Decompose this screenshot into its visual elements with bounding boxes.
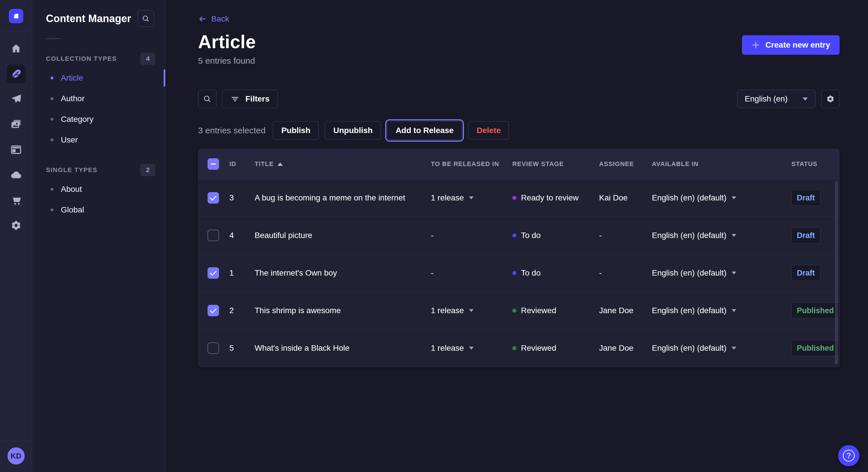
row-checkbox[interactable] [208, 230, 219, 241]
row-checkbox[interactable] [208, 305, 219, 316]
bullet-icon [51, 118, 53, 121]
marketplace-cart-icon[interactable] [7, 191, 25, 209]
back-link[interactable]: Back [198, 14, 229, 24]
sidebar-item[interactable]: About [32, 179, 165, 200]
cell-available-in[interactable]: English (en) (default) [652, 343, 792, 353]
cell-assignee: Kai Doe [599, 193, 652, 202]
bullet-icon [51, 138, 53, 141]
sidebar-title: Content Manager [46, 12, 131, 25]
stage-dot-icon [513, 233, 516, 237]
cell-id: 2 [229, 306, 255, 315]
filter-icon [230, 94, 240, 103]
cell-assignee: - [599, 231, 652, 240]
selection-count-label: 3 entries selected [198, 126, 266, 135]
filters-button[interactable]: Filters [222, 90, 278, 108]
cell-title: This shrimp is awesome [255, 306, 431, 315]
sidebar-item[interactable]: Author [32, 88, 165, 109]
sidebar-item-label: User [61, 135, 78, 144]
collection-types-list: Article Author Category User [32, 68, 165, 150]
status-badge: Draft [792, 190, 820, 206]
cell-available-in[interactable]: English (en) (default) [652, 193, 792, 202]
locale-select[interactable]: English (en) [737, 90, 815, 108]
collection-types-label: COLLECTION TYPES [46, 55, 117, 63]
plus-icon [751, 41, 760, 49]
page-heading-block: Article 5 entries found [198, 31, 256, 66]
cell-status: Draft [792, 265, 839, 281]
cell-status: Draft [792, 190, 839, 206]
stage-dot-icon [513, 196, 516, 200]
row-checkbox[interactable] [208, 192, 219, 204]
release-value: 1 release [431, 343, 464, 353]
cell-id: 3 [229, 193, 255, 202]
column-header-id[interactable]: ID [229, 160, 255, 168]
column-header-status[interactable]: STATUS [792, 160, 839, 168]
entries-count: 5 entries found [198, 56, 256, 66]
content-manager-icon[interactable] [7, 65, 25, 83]
cell-status: Published [792, 340, 839, 356]
settings-gear-icon[interactable] [7, 216, 25, 235]
sidebar-item[interactable]: Global [32, 200, 165, 220]
sidebar-item[interactable]: Category [32, 109, 165, 130]
chevron-down-icon [732, 272, 736, 274]
content-type-builder-icon[interactable] [7, 140, 25, 159]
user-avatar[interactable]: KD [7, 447, 25, 465]
releases-icon[interactable] [7, 90, 25, 108]
strapi-logo-icon[interactable] [9, 9, 23, 23]
column-header-stage[interactable]: REVIEW STAGE [513, 160, 599, 168]
cell-status: Published [792, 303, 839, 318]
single-types-count-badge: 2 [141, 164, 155, 176]
cell-release[interactable]: 1 release [431, 193, 513, 202]
sidebar-search-button[interactable] [137, 10, 154, 27]
column-header-assignee[interactable]: ASSIGNEE [599, 160, 652, 168]
stage-label: To do [521, 231, 541, 240]
cell-release[interactable]: 1 release [431, 306, 513, 315]
table-row[interactable]: 1 The internet's Own boy - To do - Engl [198, 254, 839, 292]
cell-title: The internet's Own boy [255, 268, 431, 278]
cell-release[interactable]: - [431, 268, 513, 278]
sidebar-item[interactable]: Article [32, 68, 165, 88]
view-settings-button[interactable] [821, 90, 840, 108]
table-header-row: ID TITLE TO BE RELEASED IN REVIEW STAGE … [198, 149, 839, 179]
table-scrollbar[interactable] [835, 181, 838, 365]
question-mark-icon: ? [843, 450, 855, 462]
column-header-title[interactable]: TITLE [255, 160, 431, 168]
media-library-icon[interactable] [7, 115, 25, 134]
release-value: 1 release [431, 306, 464, 315]
add-to-release-button[interactable]: Add to Release [387, 121, 462, 140]
chevron-down-icon [803, 98, 808, 101]
row-checkbox[interactable] [208, 267, 219, 279]
locale-value: English (en) (default) [652, 268, 726, 278]
cell-review-stage: Reviewed [513, 306, 599, 315]
publish-button[interactable]: Publish [273, 121, 319, 140]
cell-available-in[interactable]: English (en) (default) [652, 306, 792, 315]
column-header-release[interactable]: TO BE RELEASED IN [431, 160, 513, 168]
sidebar-item[interactable]: User [32, 130, 165, 150]
cell-release[interactable]: 1 release [431, 343, 513, 353]
chevron-down-icon [469, 196, 474, 199]
table-row[interactable]: 5 What's inside a Black Hole 1 release R… [198, 329, 839, 367]
cell-release[interactable]: - [431, 231, 513, 240]
cell-assignee: Jane Doe [599, 306, 652, 315]
search-button[interactable] [198, 90, 216, 108]
table-row[interactable]: 4 Beautiful picture - To do - English ( [198, 216, 839, 254]
table-row[interactable]: 2 This shrimp is awesome 1 release Revie… [198, 292, 839, 329]
create-new-entry-button[interactable]: Create new entry [742, 35, 840, 55]
content-manager-sidebar: Content Manager COLLECTION TYPES 4 Artic… [32, 0, 165, 472]
column-header-available[interactable]: AVAILABLE IN [652, 160, 792, 168]
cell-review-stage: To do [513, 268, 599, 278]
back-arrow-icon [198, 14, 207, 23]
help-button[interactable]: ? [838, 445, 859, 466]
app-rail: KD [0, 0, 32, 472]
home-icon[interactable] [7, 40, 25, 58]
select-all-checkbox[interactable] [208, 158, 219, 170]
table-row[interactable]: 3 A bug is becoming a meme on the intern… [198, 179, 839, 216]
delete-button[interactable]: Delete [468, 121, 509, 140]
single-types-label: SINGLE TYPES [46, 166, 97, 174]
cell-available-in[interactable]: English (en) (default) [652, 231, 792, 240]
unpublish-button[interactable]: Unpublish [325, 121, 381, 140]
cell-available-in[interactable]: English (en) (default) [652, 268, 792, 278]
row-checkbox[interactable] [208, 342, 219, 354]
sidebar-divider [46, 38, 60, 39]
deploy-cloud-icon[interactable] [7, 166, 25, 184]
stage-dot-icon [513, 271, 516, 275]
